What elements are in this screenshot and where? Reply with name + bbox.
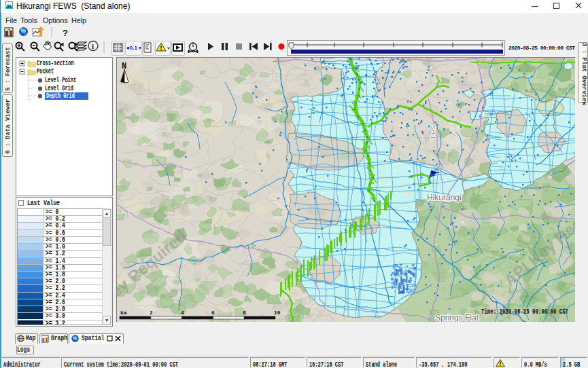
svg-text:Time: 2020-08-25 00:00:00 CST: Time: 2020-08-25 00:00:00 CST — [481, 308, 568, 316]
svg-text:?: ? — [63, 28, 68, 38]
svg-text:i: i — [92, 42, 94, 50]
svg-text:10: 10 — [274, 310, 281, 316]
svg-text:4: 4 — [181, 310, 184, 316]
svg-text:6: 6 — [211, 310, 215, 316]
svg-text:8: 8 — [243, 310, 246, 316]
svg-text:km: km — [120, 310, 127, 316]
svg-text:2: 2 — [150, 310, 153, 316]
svg-text:Hikurangi: Hikurangi — [427, 193, 462, 202]
svg-text:SH 1: SH 1 — [430, 126, 436, 139]
svg-text:Springs Flat: Springs Flat — [435, 313, 479, 322]
